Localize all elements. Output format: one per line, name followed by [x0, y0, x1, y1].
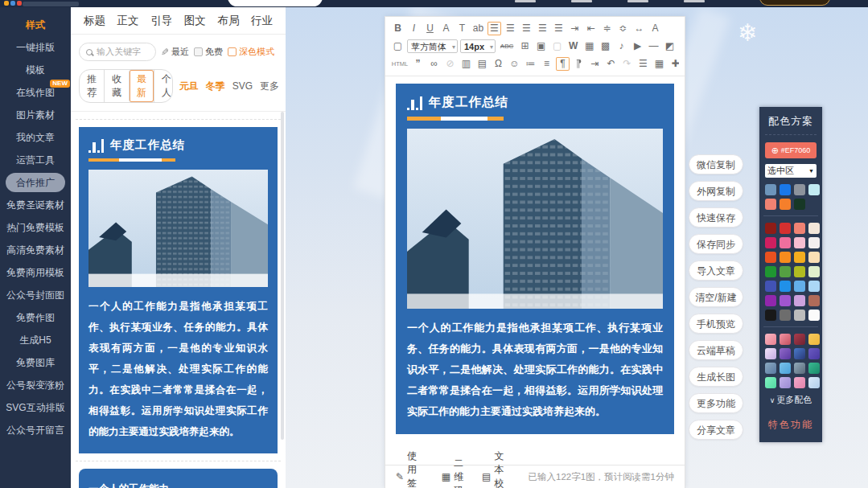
share-article-button[interactable]: 分享文章: [689, 420, 743, 440]
color-swatch[interactable]: [794, 334, 805, 345]
topbar-nav-item[interactable]: [627, 0, 648, 2]
divider-line-icon[interactable]: —: [647, 39, 660, 53]
first-line-indent-icon[interactable]: ⇥: [588, 57, 602, 71]
html-source-icon[interactable]: HTML: [391, 57, 409, 71]
video-icon[interactable]: ▶: [631, 39, 644, 53]
color-swatch[interactable]: [765, 199, 776, 210]
proofread-button[interactable]: ▤ 文本校对: [482, 449, 512, 488]
music-icon[interactable]: ♪: [615, 39, 628, 53]
color-swatch[interactable]: [765, 363, 776, 374]
color-swatch[interactable]: [780, 223, 791, 234]
eraser-icon[interactable]: ◩: [663, 39, 677, 53]
image-icon[interactable]: ▦: [582, 39, 596, 53]
color-swatch[interactable]: [780, 184, 791, 195]
color-swatch[interactable]: [780, 266, 791, 277]
tab-body[interactable]: 正文: [117, 14, 139, 28]
color-swatch[interactable]: [794, 184, 805, 195]
color-swatch[interactable]: [780, 295, 791, 306]
bullet-list-icon[interactable]: ≔: [524, 57, 537, 71]
align-left-icon[interactable]: ☰: [487, 22, 501, 35]
italic-icon[interactable]: I: [407, 22, 421, 35]
sidebar-item-cooperation[interactable]: 合作推广: [6, 173, 65, 192]
color-swatch[interactable]: [765, 184, 776, 195]
highlight-icon[interactable]: ab: [471, 22, 485, 35]
color-swatch[interactable]: [808, 363, 820, 374]
color-swatch[interactable]: [794, 237, 805, 248]
sidebar-item-online-drawing[interactable]: 在线作图NEW: [0, 81, 71, 104]
sidebar-item-one-click-layout[interactable]: 一键排版: [0, 36, 71, 59]
image-disabled-icon[interactable]: ▢: [550, 39, 564, 53]
template-card-2[interactable]: 一个人的工作能力是指他承担某项工作、执行某项业: [79, 469, 278, 488]
free-checkbox[interactable]: 免费: [194, 46, 223, 58]
color-swatch[interactable]: [794, 310, 805, 321]
sidebar-item-operation-tools[interactable]: 运营工具: [0, 149, 71, 171]
color-swatch[interactable]: [765, 237, 776, 248]
color-swatch[interactable]: [780, 363, 791, 374]
strikethrough-icon[interactable]: ABC: [498, 39, 516, 53]
line-height-icon[interactable]: ≑: [600, 22, 614, 35]
color-swatch[interactable]: [765, 266, 776, 277]
color-swatch[interactable]: [765, 334, 776, 345]
tag-new-year[interactable]: 元旦: [179, 80, 199, 93]
color-swatch[interactable]: [808, 223, 820, 234]
font-color-icon[interactable]: A: [439, 22, 453, 35]
color-swatch[interactable]: [780, 237, 791, 248]
indent-decrease-icon[interactable]: ⇤: [584, 22, 598, 35]
sidebar-item-free-drawing[interactable]: 免费作图: [0, 306, 71, 329]
color-swatch[interactable]: [780, 377, 791, 388]
sidebar-item-fission-growth[interactable]: 公号裂变涨粉: [0, 374, 71, 396]
line-spacing-icon[interactable]: ≡: [540, 57, 553, 71]
quick-save-button[interactable]: 快速保存: [689, 207, 743, 228]
filter-favorites[interactable]: 收藏: [104, 70, 129, 102]
sidebar-item-svg-interactive[interactable]: SVG互动排版: [0, 396, 71, 419]
color-swatch[interactable]: [794, 377, 805, 388]
filter-personal[interactable]: 个人: [154, 70, 173, 102]
topbar-nav-item[interactable]: [684, 0, 705, 2]
clear-new-button[interactable]: 清空/新建: [689, 287, 743, 307]
align-center-icon[interactable]: ☰: [504, 22, 517, 35]
redo-icon[interactable]: ↷: [620, 57, 634, 71]
new-document-icon[interactable]: ▢: [391, 39, 405, 53]
region-select[interactable]: 选中区 ▼: [765, 164, 817, 178]
keyword-search-input[interactable]: 输入关键字: [79, 43, 156, 61]
color-swatch[interactable]: [765, 377, 776, 388]
topbar-nav-item[interactable]: [515, 0, 536, 2]
color-swatch[interactable]: [780, 334, 791, 345]
panel-scrollbar[interactable]: [281, 112, 284, 440]
sidebar-item-hot-free-templates[interactable]: 热门免费模板: [0, 216, 71, 239]
dark-mode-checkbox[interactable]: 深色模式: [228, 46, 274, 58]
align-distribute-icon[interactable]: ☰: [552, 22, 566, 35]
color-swatch[interactable]: [808, 377, 820, 388]
page-template-icon[interactable]: ▤: [475, 57, 489, 71]
template-card[interactable]: 年度工作总结 一个人的工作能力是指他承担某项工作、执行某项业务、任务的能力。具体…: [79, 127, 278, 453]
color-swatch[interactable]: [808, 310, 820, 321]
color-swatch[interactable]: [794, 281, 805, 292]
color-swatch[interactable]: [765, 310, 776, 321]
color-swatch[interactable]: [765, 281, 776, 292]
color-swatch[interactable]: [808, 348, 820, 359]
letter-spacing-icon[interactable]: ↔: [632, 22, 646, 35]
color-swatch[interactable]: [765, 295, 776, 306]
color-swatch[interactable]: [780, 348, 791, 359]
tag-more[interactable]: 更多: [260, 80, 279, 93]
columns-icon[interactable]: ▥: [459, 57, 473, 71]
long-image-button[interactable]: 生成长图: [689, 367, 743, 387]
sidebar-item-account-cover[interactable]: 公众号封面图: [0, 284, 71, 306]
color-swatch[interactable]: [780, 281, 791, 292]
sidebar-item-my-articles[interactable]: 我的文章: [0, 126, 71, 149]
tab-image-text[interactable]: 图文: [184, 14, 206, 28]
color-swatch[interactable]: [794, 252, 805, 263]
editor-canvas[interactable]: 年度工作总结 一个人的工作能力是指他承担某项工作、执行某项业务、任务的能力。具体…: [385, 76, 685, 441]
word-import-icon[interactable]: W: [566, 39, 580, 53]
tab-layout[interactable]: 布局: [217, 14, 239, 28]
undo-icon[interactable]: ↶: [604, 57, 618, 71]
cloud-draft-button[interactable]: 云端草稿: [689, 340, 743, 360]
tab-industry[interactable]: 行业: [251, 14, 273, 28]
extranet-copy-button[interactable]: 外网复制: [689, 181, 743, 201]
link-icon[interactable]: ∞: [427, 57, 441, 71]
topbar-nav-item[interactable]: [571, 0, 592, 2]
qrcode-button[interactable]: ▦ 二维码: [442, 449, 466, 488]
current-color-button[interactable]: ⊕ #EF7060: [765, 142, 817, 158]
tab-title[interactable]: 标题: [84, 14, 105, 28]
color-swatch[interactable]: [808, 252, 820, 263]
